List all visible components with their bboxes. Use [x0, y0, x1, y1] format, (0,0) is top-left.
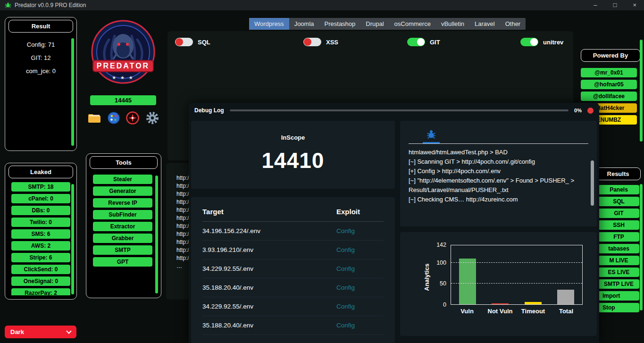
tool-button[interactable]: Grabber	[93, 234, 152, 243]
credit-button[interactable]: @hofnar05	[581, 80, 637, 89]
bar-slot	[556, 245, 575, 304]
right-scrollbar-bottom[interactable]	[640, 184, 643, 310]
bug-tab[interactable]	[423, 128, 440, 143]
toggle-label: SQL	[198, 39, 210, 46]
tab-wordpress[interactable]: Wordpress	[249, 18, 289, 30]
bar-timeout	[525, 302, 542, 304]
gear-icon[interactable]	[145, 111, 159, 127]
tab-prestashop[interactable]: Prestashop	[319, 18, 361, 30]
leaked-item-button[interactable]: SMS: 6	[11, 229, 70, 239]
tool-button[interactable]: GPT	[93, 257, 152, 267]
palette-icon[interactable]	[108, 112, 120, 126]
tools-scrollbar[interactable]	[155, 176, 158, 293]
toggle-switch[interactable]	[520, 38, 538, 46]
import-button[interactable]: Import	[598, 291, 639, 301]
credit-button[interactable]: @mr_0x01	[581, 68, 637, 77]
result-scrollbar[interactable]	[71, 38, 74, 146]
leaked-item-button[interactable]: OneSignal: 0	[11, 276, 70, 286]
tab-joomla[interactable]: Joomla	[289, 18, 319, 30]
exploit-table-body: 34.196.156.224/.envConfig3.93.196.210/.e…	[202, 222, 384, 335]
chart-plot-area	[451, 245, 583, 305]
stop-button[interactable]: Stop	[598, 303, 639, 312]
leaked-item-button[interactable]: Stripe: 6	[11, 253, 70, 262]
toggle-switch[interactable]	[407, 38, 425, 46]
result-stat: GIT: 12	[5, 51, 76, 65]
results-item-button[interactable]: FTP	[598, 232, 639, 242]
results-item-button[interactable]: M LIVE	[598, 256, 639, 265]
results-item-button[interactable]: ES LIVE	[598, 268, 639, 277]
tab-drupal[interactable]: Drupal	[360, 18, 389, 30]
leaked-item-button[interactable]: AWS: 2	[11, 241, 70, 251]
log-scrollbar[interactable]	[591, 160, 594, 206]
results-item-button[interactable]: GIT	[598, 209, 639, 218]
analytics-chart-card: Analytics 050100142 VulnNot VulnTimeoutT…	[400, 232, 597, 336]
results-item-button[interactable]: SSH	[598, 220, 639, 230]
toggle-unitrev[interactable]: unitrev	[520, 38, 563, 46]
leaked-item-button[interactable]: ClickSend: 0	[11, 265, 70, 274]
exploit-link[interactable]: Config	[336, 227, 384, 234]
tools-panel: Tools StealerGeneratorReverse IPSubFinde…	[86, 153, 161, 298]
quick-icons-row	[89, 111, 158, 127]
toggle-switch[interactable]	[303, 38, 321, 46]
leaked-item-button[interactable]: cPanel: 0	[11, 194, 70, 203]
leaked-scrollbar[interactable]	[71, 184, 74, 294]
gridline	[451, 283, 582, 284]
tools-list: StealerGeneratorReverse IPSubFinderExtra…	[93, 175, 152, 267]
log-line: htmlawed/htmLawedTest.php > BAD	[409, 148, 578, 157]
maximize-button[interactable]: □	[613, 0, 617, 10]
bug-icon	[426, 128, 437, 140]
tool-button[interactable]: Generator	[93, 186, 152, 196]
toggle-knob	[530, 38, 538, 46]
results-item-button[interactable]: SQL	[598, 197, 639, 206]
leaked-item-button[interactable]: Twilio: 0	[11, 218, 70, 227]
leaked-item-button[interactable]: SMTP: 18	[11, 182, 70, 192]
tab-other[interactable]: Other	[500, 18, 526, 30]
toggle-git[interactable]: GIT	[407, 38, 440, 46]
leaked-list: SMTP: 18cPanel: 0DBs: 0Twilio: 0SMS: 6AW…	[11, 182, 70, 295]
close-button[interactable]: ×	[633, 0, 636, 10]
exploit-link[interactable]: Config	[336, 265, 384, 272]
exploit-link[interactable]: Config	[336, 246, 384, 253]
results-item-button[interactable]: tabases	[598, 244, 639, 253]
gridline	[451, 262, 582, 263]
toggle-xss[interactable]: XSS	[303, 38, 338, 46]
y-tick-label: 0	[443, 301, 446, 308]
app-logo-icon	[5, 2, 11, 8]
toggle-sql[interactable]: SQL	[175, 38, 210, 46]
exploit-link[interactable]: Config	[336, 284, 384, 291]
tool-button[interactable]: SMTP	[93, 245, 152, 255]
minimize-button[interactable]: –	[594, 0, 597, 10]
tool-button[interactable]: Reverse IP	[93, 198, 152, 208]
bar-slot	[491, 245, 510, 304]
x-tick-label: Timeout	[519, 308, 548, 315]
tab-laravel[interactable]: Laravel	[469, 18, 500, 30]
emblem-icon[interactable]	[126, 111, 139, 126]
x-tick-label: Vuln	[452, 308, 482, 315]
tab-oscommerce[interactable]: osCommerce	[389, 18, 436, 30]
scope-count-button[interactable]: 14445	[90, 95, 156, 105]
x-tick-label: Total	[552, 308, 581, 315]
logo-column: PREDATOR ★ ★ ★ 14445	[89, 17, 158, 127]
cms-tabbar: WordpressJoomlaPrestashopDrupalosCommerc…	[249, 18, 526, 30]
exploit-link[interactable]: Config	[336, 303, 384, 310]
chevron-down-icon	[66, 328, 71, 334]
toggle-switch[interactable]	[175, 38, 193, 46]
results-item-button[interactable]: Panels	[598, 185, 639, 194]
tool-button[interactable]: Extractor	[93, 222, 152, 231]
record-stop-button[interactable]	[587, 108, 594, 114]
tool-button[interactable]: SubFinder	[93, 210, 152, 219]
tab-vbulletin[interactable]: vBulletin	[436, 18, 469, 30]
log-line: [~] Checking CMS… http://4zureinc.com	[409, 195, 578, 204]
credit-button[interactable]: @dollifacee	[581, 92, 637, 101]
leaked-item-button[interactable]: DBs: 0	[11, 206, 70, 215]
right-scrollbar-top[interactable]	[640, 40, 643, 142]
results-item-button[interactable]: SMTP LIVE	[598, 279, 639, 289]
tool-button[interactable]: Stealer	[93, 175, 152, 184]
target-cell: 35.188.20.40/.env	[202, 284, 336, 291]
theme-dropdown[interactable]: Dark	[5, 326, 76, 338]
folder-icon[interactable]	[87, 112, 101, 125]
exploit-link[interactable]: Config	[336, 322, 384, 329]
table-row: 34.229.92.55/.envConfig	[202, 259, 384, 278]
leaked-item-button[interactable]: RazorPay: 2	[11, 288, 70, 295]
log-line: [~] Scanning GIT > http://4poch.com/.git…	[409, 157, 578, 167]
